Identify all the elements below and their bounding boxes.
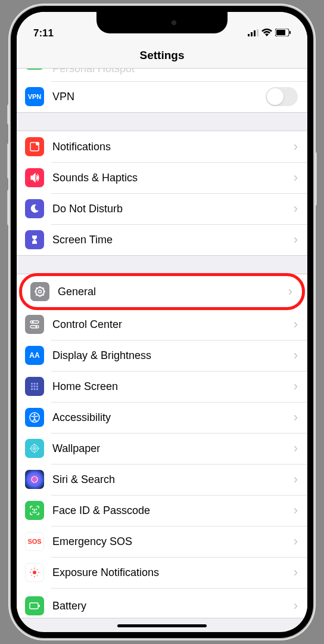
- display-icon: AA: [25, 346, 44, 365]
- chevron-icon: ›: [294, 139, 298, 154]
- row-display[interactable]: AA Display & Brightness ›: [17, 340, 307, 371]
- svg-rect-19: [30, 321, 39, 323]
- row-sos[interactable]: SOS Emergency SOS ›: [17, 526, 307, 557]
- row-display-label: Display & Brightness: [52, 349, 294, 362]
- svg-rect-1: [251, 32, 253, 36]
- row-wallpaper[interactable]: Wallpaper ›: [17, 433, 307, 464]
- row-faceid[interactable]: Face ID & Passcode ›: [17, 495, 307, 526]
- row-dnd[interactable]: Do Not Disturb ›: [17, 193, 307, 224]
- row-siri[interactable]: Siri & Search ›: [17, 464, 307, 495]
- row-sos-label: Emergency SOS: [52, 535, 294, 548]
- svg-point-8: [36, 142, 39, 145]
- svg-rect-31: [34, 388, 36, 390]
- row-general[interactable]: General ›: [19, 273, 305, 310]
- device-frame: 7:11 Settings Personal Hot: [11, 6, 313, 638]
- home-indicator[interactable]: [117, 624, 207, 627]
- svg-rect-25: [34, 383, 36, 385]
- chevron-icon: ›: [294, 598, 298, 614]
- row-wallpaper-label: Wallpaper: [52, 442, 294, 455]
- faceid-icon: [25, 501, 44, 520]
- chevron-icon: ›: [294, 232, 298, 247]
- gear-icon: [30, 282, 49, 301]
- notifications-icon: [25, 137, 44, 156]
- svg-point-20: [32, 321, 34, 323]
- svg-point-22: [36, 326, 38, 328]
- svg-rect-5: [276, 30, 285, 35]
- svg-rect-0: [248, 34, 250, 36]
- accessibility-icon: [25, 408, 44, 427]
- row-notifications[interactable]: Notifications ›: [17, 131, 307, 162]
- settings-group-connectivity: Personal Hotspot VPN VPN: [17, 69, 307, 113]
- svg-point-48: [30, 572, 31, 573]
- settings-list[interactable]: Personal Hotspot VPN VPN Notifications ›: [17, 69, 307, 629]
- svg-rect-29: [36, 386, 38, 388]
- chevron-icon: ›: [294, 201, 298, 216]
- wifi-icon: [261, 27, 272, 39]
- row-vpn[interactable]: VPN VPN: [17, 81, 307, 112]
- row-homescreen[interactable]: Home Screen ›: [17, 371, 307, 402]
- row-hotspot-label: Personal Hotspot: [52, 69, 298, 75]
- svg-line-16: [43, 295, 44, 296]
- svg-point-42: [32, 476, 38, 482]
- svg-point-37: [34, 448, 35, 449]
- row-accessibility-label: Accessibility: [52, 411, 294, 424]
- row-battery[interactable]: Battery ›: [17, 588, 307, 618]
- row-siri-label: Siri & Search: [52, 473, 294, 486]
- chevron-icon: ›: [288, 284, 292, 299]
- row-control-label: Control Center: [52, 318, 294, 331]
- svg-point-43: [33, 509, 33, 510]
- settings-group-general: General › Control Center › AA Display & …: [17, 274, 307, 618]
- svg-point-45: [33, 571, 36, 574]
- svg-point-50: [31, 569, 32, 570]
- battery-setting-icon: [25, 596, 44, 615]
- row-notifications-label: Notifications: [52, 141, 294, 153]
- exposure-icon: [25, 563, 44, 582]
- row-accessibility[interactable]: Accessibility ›: [17, 402, 307, 433]
- cellular-icon: [248, 27, 258, 39]
- screen: 7:11 Settings Personal Hot: [17, 12, 307, 632]
- page-title: Settings: [17, 49, 307, 62]
- svg-point-47: [34, 576, 35, 577]
- row-exposure-label: Exposure Notifications: [52, 566, 294, 579]
- side-button: [313, 152, 317, 206]
- svg-rect-6: [289, 31, 291, 34]
- sos-icon: SOS: [25, 532, 44, 551]
- dnd-icon: [25, 199, 44, 218]
- chevron-icon: ›: [294, 472, 298, 487]
- row-personal-hotspot[interactable]: Personal Hotspot: [17, 69, 307, 81]
- row-homescreen-label: Home Screen: [52, 380, 294, 393]
- svg-point-52: [31, 575, 32, 576]
- chevron-icon: ›: [294, 534, 298, 549]
- row-screentime[interactable]: Screen Time ›: [17, 224, 307, 255]
- svg-rect-30: [31, 388, 33, 390]
- svg-point-10: [39, 290, 42, 293]
- svg-point-53: [37, 575, 38, 576]
- header: Settings: [17, 42, 307, 69]
- svg-rect-27: [31, 386, 33, 388]
- chevron-icon: ›: [294, 170, 298, 185]
- row-sounds-label: Sounds & Haptics: [52, 172, 294, 184]
- status-time: 7:11: [33, 27, 54, 39]
- svg-line-18: [43, 288, 44, 289]
- settings-group-alerts: Notifications › Sounds & Haptics › Do No…: [17, 131, 307, 256]
- vpn-toggle[interactable]: [266, 87, 298, 106]
- svg-point-51: [37, 569, 38, 570]
- chevron-icon: ›: [294, 379, 298, 394]
- homescreen-icon: [25, 377, 44, 396]
- row-faceid-label: Face ID & Passcode: [52, 504, 294, 517]
- svg-point-46: [34, 568, 35, 569]
- battery-icon: [275, 27, 291, 39]
- row-sounds[interactable]: Sounds & Haptics ›: [17, 162, 307, 193]
- svg-point-34: [34, 414, 36, 416]
- row-exposure[interactable]: Exposure Notifications ›: [17, 557, 307, 588]
- svg-rect-21: [30, 326, 39, 328]
- svg-point-44: [36, 509, 37, 510]
- svg-rect-3: [257, 29, 258, 36]
- wallpaper-icon: [25, 439, 44, 458]
- hotspot-icon: [25, 69, 44, 70]
- svg-rect-28: [34, 386, 36, 388]
- chevron-icon: ›: [294, 410, 298, 425]
- svg-line-17: [36, 295, 38, 296]
- row-vpn-label: VPN: [52, 91, 266, 103]
- row-control-center[interactable]: Control Center ›: [17, 309, 307, 340]
